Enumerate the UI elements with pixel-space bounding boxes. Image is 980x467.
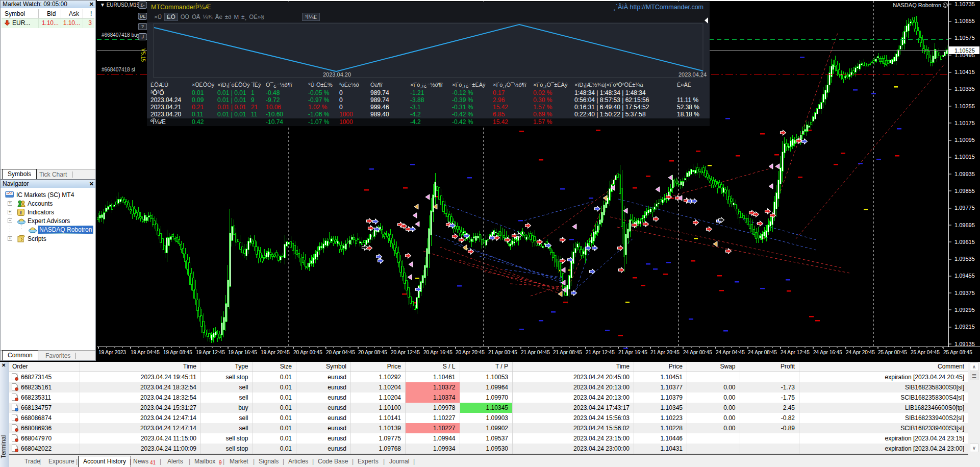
svg-text:25 Apr 04:45: 25 Apr 04:45 [911,350,940,355]
svg-text:20 Apr 16:45: 20 Apr 16:45 [423,350,453,355]
svg-text:20 Apr 04:45: 20 Apr 04:45 [326,350,355,355]
svg-text:1.10015: 1.10015 [954,154,975,160]
svg-text:#668407418 sl: #668407418 sl [102,67,135,72]
svg-text:1.09695: 1.09695 [954,222,975,228]
svg-text:19 Apr 20:45: 19 Apr 20:45 [261,350,290,355]
svg-text:1.09455: 1.09455 [954,273,975,279]
svg-text:24 Apr 00:45: 24 Apr 00:45 [683,350,712,355]
svg-text:20 Apr 00:45: 20 Apr 00:45 [293,350,322,355]
svg-text:1.09615: 1.09615 [954,239,975,245]
svg-text:20 Apr 12:45: 20 Apr 12:45 [391,350,420,355]
svg-text:▼ EURUSD,M15: ▼ EURUSD,M15 [100,2,140,8]
svg-text:#668407418 buy: #668407418 buy [102,32,140,38]
svg-text:)Æ: )Æ [140,14,146,19]
svg-text:1.10655: 1.10655 [954,18,975,24]
svg-text:19 Apr 04:45: 19 Apr 04:45 [131,350,160,355]
svg-text:24 Apr 12:45: 24 Apr 12:45 [781,350,810,355]
svg-text:1.09535: 1.09535 [954,256,975,262]
svg-text:1.10095: 1.10095 [954,137,975,143]
svg-text:1.09775: 1.09775 [954,205,975,211]
svg-text:1.10575: 1.10575 [954,35,975,41]
svg-text:21 Apr 08:45: 21 Apr 08:45 [553,350,582,355]
svg-text:2023.04.24: 2023.04.24 [679,71,707,78]
svg-text:21 Apr 04:45: 21 Apr 04:45 [521,350,550,355]
svg-text:1.09215: 1.09215 [954,324,975,330]
svg-text:f: f [20,209,22,215]
svg-text:21 Apr 00:45: 21 Apr 00:45 [488,350,517,355]
svg-text:19 Apr 12:45: 19 Apr 12:45 [196,350,225,355]
svg-text:1.10175: 1.10175 [954,120,975,126]
svg-text:25 Apr 08:45: 25 Apr 08:45 [943,350,972,355]
svg-text:24 Apr 16:45: 24 Apr 16:45 [813,350,842,355]
svg-text:24 Apr 08:45: 24 Apr 08:45 [748,350,777,355]
svg-text:21 Apr 12:45: 21 Apr 12:45 [586,350,615,355]
svg-text:20 Apr 20:45: 20 Apr 20:45 [456,350,485,355]
svg-text:V5.15: V5.15 [140,48,146,62]
svg-text:1.10525: 1.10525 [954,47,975,54]
svg-text:19 Apr 08:45: 19 Apr 08:45 [163,350,192,355]
svg-text:21 Apr 20:45: 21 Apr 20:45 [650,350,680,355]
svg-text:1.09295: 1.09295 [954,307,975,313]
svg-text:1.09135: 1.09135 [954,341,975,347]
svg-text:1.09935: 1.09935 [954,171,975,177]
svg-text:20 Apr 08:45: 20 Apr 08:45 [358,350,387,355]
svg-text:1.10415: 1.10415 [954,69,975,75]
svg-text:1.10735: 1.10735 [954,1,975,7]
svg-text:1.09855: 1.09855 [954,188,975,194]
svg-text:¡l: ¡l [141,34,144,39]
svg-text:NASDAQ Robotron: NASDAQ Robotron [893,2,941,8]
svg-text:24 Apr 20:45: 24 Apr 20:45 [846,350,875,355]
svg-text:25 Apr 00:45: 25 Apr 00:45 [878,350,907,355]
svg-text:£-: £- [140,3,144,8]
svg-text:2023.04.20: 2023.04.20 [323,71,351,78]
svg-text:1.09375: 1.09375 [954,290,975,296]
svg-text:21 Apr 16:45: 21 Apr 16:45 [618,350,647,355]
svg-text:?: ? [141,24,144,29]
svg-text:1.10335: 1.10335 [954,86,975,92]
svg-text:24 Apr 04:45: 24 Apr 04:45 [716,350,745,355]
svg-text:19 Apr 2023: 19 Apr 2023 [98,350,126,355]
svg-text:19 Apr 16:45: 19 Apr 16:45 [228,350,257,355]
svg-text:1.10255: 1.10255 [954,103,975,109]
